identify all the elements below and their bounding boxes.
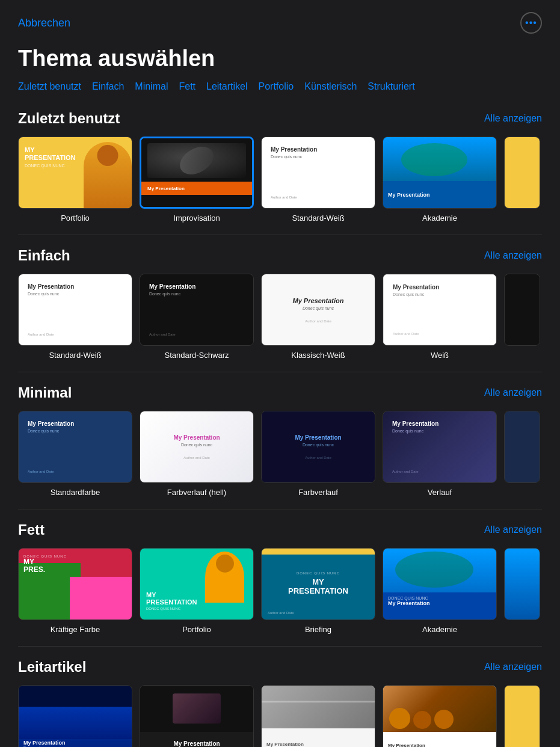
- template-name-standardfarbe: Standardfarbe: [51, 488, 100, 497]
- templates-row-zuletzt: MYPRESENTATION DONEC QUIS NUNC Portfolio: [18, 137, 542, 223]
- template-name-standard-weiss-einfach: Standard-Weiß: [49, 351, 101, 360]
- template-item-standardfarbe[interactable]: My Presentation Donec quis nunc Author a…: [18, 411, 132, 497]
- template-name-akademie-zuletzt: Akademie: [422, 214, 457, 223]
- template-thumb-partial-einfach: [504, 274, 540, 346]
- template-item-partial-zuletzt: [504, 137, 540, 223]
- template-item-leitartikel-3[interactable]: My Presentation Lorem ipsum dolor sit am…: [261, 685, 375, 747]
- page-title: Thema auswählen: [0, 40, 560, 81]
- section-title-fett: Fett: [18, 521, 45, 538]
- divider-4: [18, 646, 542, 647]
- section-title-einfach: Einfach: [18, 247, 70, 264]
- template-name-klassisch-weiss: Klassisch-Weiß: [291, 351, 345, 360]
- section-header-leitartikel: Leitartikel Alle anzeigen: [18, 659, 542, 675]
- template-name-improvisation: Improvisation: [173, 214, 220, 223]
- section-header-fett: Fett Alle anzeigen: [18, 521, 542, 538]
- template-thumb-kraeftige-farbe: Donec quis nunc MYPRES.: [18, 548, 132, 620]
- show-all-minimal[interactable]: Alle anzeigen: [484, 387, 542, 398]
- templates-row-leitartikel: My Presentation Donec quis nunc My Prese…: [18, 685, 542, 747]
- template-thumb-partial-minimal: [504, 411, 540, 483]
- section-header-zuletzt: Zuletzt benutzt Alle anzeigen: [18, 110, 542, 127]
- template-thumb-verlauf: My Presentation Donec quis nunc Author a…: [383, 411, 497, 483]
- divider-1: [18, 235, 542, 235]
- show-all-fett[interactable]: Alle anzeigen: [484, 524, 542, 535]
- template-thumb-portfolio: MYPRESENTATION DONEC QUIS NUNC: [18, 137, 132, 209]
- divider-2: [18, 372, 542, 372]
- template-item-partial-leitartikel: [504, 685, 540, 747]
- section-title-leitartikel: Leitartikel: [18, 659, 86, 675]
- section-header-einfach: Einfach Alle anzeigen: [18, 247, 542, 264]
- template-item-portfolio-zuletzt[interactable]: MYPRESENTATION DONEC QUIS NUNC Portfolio: [18, 137, 132, 223]
- template-thumb-farbverlauf-hell: My Presentation Donec quis nunc Author a…: [140, 411, 254, 483]
- template-item-farbverlauf[interactable]: My Presentation Donec quis nunc Author a…: [261, 411, 375, 497]
- template-thumb-leitartikel-2: My Presentation Donec quis nunc: [140, 685, 254, 747]
- more-options-button[interactable]: •••: [520, 12, 542, 34]
- template-item-kraeftige-farbe[interactable]: Donec quis nunc MYPRES. Kräftige Farbe: [18, 548, 132, 634]
- template-name-akademie-fett: Akademie: [422, 625, 457, 634]
- header: Abbrechen •••: [0, 0, 560, 40]
- template-item-partial-minimal: [504, 411, 540, 497]
- template-thumb-improvisation: My Presentation: [140, 137, 254, 209]
- section-zuletzt: Zuletzt benutzt Alle anzeigen MYPRESENTA…: [0, 104, 560, 235]
- template-thumb-portfolio-fett: MYPRESENTATION DONEC QUIS NUNC: [140, 548, 254, 620]
- section-leitartikel: Leitartikel Alle anzeigen My Presentatio…: [0, 653, 560, 747]
- template-name-farbverlauf: Farbverlauf: [298, 488, 338, 497]
- show-all-einfach[interactable]: Alle anzeigen: [484, 250, 542, 261]
- more-icon: •••: [525, 17, 537, 28]
- template-thumb-leitartikel-3: My Presentation Lorem ipsum dolor sit am…: [261, 685, 375, 747]
- section-header-minimal: Minimal Alle anzeigen: [18, 384, 542, 401]
- template-item-partial-einfach: [504, 274, 540, 360]
- template-thumb-akademie-zuletzt: My Presentation: [383, 137, 497, 209]
- nav-tab-strukturiert[interactable]: Strukturiert: [368, 81, 414, 92]
- section-title-zuletzt: Zuletzt benutzt: [18, 110, 120, 127]
- template-item-akademie-fett[interactable]: Donec quis nunc My Presentation Akademie: [383, 548, 497, 634]
- template-thumb-partial-fett: [504, 548, 540, 620]
- template-item-partial-fett: [504, 548, 540, 634]
- show-all-zuletzt[interactable]: Alle anzeigen: [484, 113, 542, 124]
- template-item-weiss[interactable]: My Presentation Donec quis nunc Author a…: [383, 274, 497, 360]
- template-thumb-leitartikel-4: My Presentation Donec quis nunc: [383, 685, 497, 747]
- template-name-verlauf: Verlauf: [428, 488, 452, 497]
- section-einfach: Einfach Alle anzeigen My Presentation Do…: [0, 241, 560, 372]
- template-thumb-klassisch-weiss: My Presentation Donec quis nunc Author a…: [261, 274, 375, 346]
- templates-row-fett: Donec quis nunc MYPRES. Kräftige Farbe M…: [18, 548, 542, 634]
- template-thumb-farbverlauf: My Presentation Donec quis nunc Author a…: [261, 411, 375, 483]
- nav-tab-zuletzt[interactable]: Zuletzt benutzt: [18, 81, 81, 92]
- template-item-briefing[interactable]: Donec quis nunc MYPRESENTATION Author an…: [261, 548, 375, 634]
- cancel-button[interactable]: Abbrechen: [18, 17, 70, 29]
- template-item-akademie-zuletzt[interactable]: My Presentation Akademie: [383, 137, 497, 223]
- template-item-verlauf[interactable]: My Presentation Donec quis nunc Author a…: [383, 411, 497, 497]
- section-minimal: Minimal Alle anzeigen My Presentation Do…: [0, 378, 560, 509]
- section-fett: Fett Alle anzeigen Donec quis nunc MYPRE…: [0, 515, 560, 646]
- nav-tab-leitartikel[interactable]: Leitartikel: [206, 81, 247, 92]
- template-item-klassisch-weiss[interactable]: My Presentation Donec quis nunc Author a…: [261, 274, 375, 360]
- nav-tab-einfach[interactable]: Einfach: [92, 81, 124, 92]
- template-item-standard-weiss-einfach[interactable]: My Presentation Donec quis nunc Author a…: [18, 274, 132, 360]
- template-item-leitartikel-4[interactable]: My Presentation Donec quis nunc: [383, 685, 497, 747]
- template-thumb-standard-schwarz: My Presentation Donec quis nunc Author a…: [140, 274, 254, 346]
- section-title-minimal: Minimal: [18, 384, 72, 401]
- templates-row-minimal: My Presentation Donec quis nunc Author a…: [18, 411, 542, 497]
- template-name-portfolio-zuletzt: Portfolio: [61, 214, 90, 223]
- template-item-improvisation[interactable]: My Presentation Improvisation: [140, 137, 254, 223]
- nav-tab-portfolio[interactable]: Portfolio: [259, 81, 294, 92]
- template-thumb-akademie-fett: Donec quis nunc My Presentation: [383, 548, 497, 620]
- template-item-leitartikel-1[interactable]: My Presentation Donec quis nunc: [18, 685, 132, 747]
- template-thumb-leitartikel-1: My Presentation Donec quis nunc: [18, 685, 132, 747]
- nav-tab-minimal[interactable]: Minimal: [135, 81, 168, 92]
- show-all-leitartikel[interactable]: Alle anzeigen: [484, 662, 542, 672]
- template-item-standard-weiss-zuletzt[interactable]: My Presentation Donec quis nunc Author a…: [261, 137, 375, 223]
- nav-tab-kuenstlerisch[interactable]: Künstlerisch: [304, 81, 357, 92]
- template-item-portfolio-fett[interactable]: MYPRESENTATION DONEC QUIS NUNC Portfolio: [140, 548, 254, 634]
- template-thumb-briefing: Donec quis nunc MYPRESENTATION Author an…: [261, 548, 375, 620]
- template-name-farbverlauf-hell: Farbverlauf (hell): [167, 488, 226, 497]
- template-item-leitartikel-2[interactable]: My Presentation Donec quis nunc: [140, 685, 254, 747]
- template-name-weiss: Weiß: [431, 351, 449, 360]
- template-item-farbverlauf-hell[interactable]: My Presentation Donec quis nunc Author a…: [140, 411, 254, 497]
- nav-tab-fett[interactable]: Fett: [179, 81, 195, 92]
- template-name-briefing: Briefing: [305, 625, 331, 634]
- category-nav: Zuletzt benutzt Einfach Minimal Fett Lei…: [0, 81, 560, 104]
- template-item-standard-schwarz[interactable]: My Presentation Donec quis nunc Author a…: [140, 274, 254, 360]
- templates-row-einfach: My Presentation Donec quis nunc Author a…: [18, 274, 542, 360]
- template-thumb-standard-weiss-zuletzt: My Presentation Donec quis nunc Author a…: [261, 137, 375, 209]
- template-name-standard-weiss-zuletzt: Standard-Weiß: [292, 214, 344, 223]
